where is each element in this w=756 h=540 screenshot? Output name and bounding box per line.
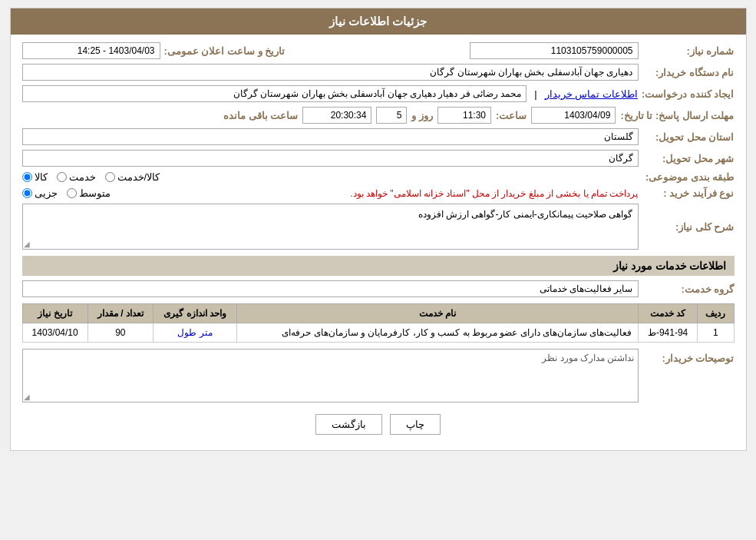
- row-buyer-desc: توصیحات خریدار: نداشتن مدارک مورد نظر ◢: [22, 349, 735, 403]
- cell-quantity: 90: [87, 323, 153, 343]
- cell-code: 941-94-ط: [639, 323, 698, 343]
- province-value: گلستان: [22, 128, 639, 145]
- cell-date: 1403/04/10: [22, 323, 87, 343]
- row-service-group: گروه خدمت: سایر فعالیت‌های خدماتی: [22, 280, 735, 297]
- need-number-value: 1103105759000005: [470, 42, 639, 59]
- category-label: طبقه بندی موضوعی:: [642, 171, 735, 183]
- purchase-type-medium: متوسط: [67, 187, 111, 199]
- category-radio-group: کالا/خدمت خدمت کالا: [22, 171, 639, 183]
- service-group-value: سایر فعالیت‌های خدماتی: [22, 280, 639, 297]
- row-buyer-name: نام دستگاه خریدار: دهیاری جهان آبادسفلی …: [22, 64, 735, 81]
- row-category: طبقه بندی موضوعی: کالا/خدمت خدمت کالا: [22, 171, 735, 183]
- need-desc-value: گواهی صلاحیت پیمانکاری-ایمنی کار-گواهی ا…: [22, 204, 639, 250]
- cell-index: 1: [697, 323, 734, 343]
- back-button[interactable]: بازگشت: [315, 414, 382, 435]
- table-row: 1 941-94-ط فعالیت‌های سازمان‌های دارای ع…: [22, 323, 734, 343]
- page-title: جزئیات اطلاعات نیاز: [329, 15, 427, 28]
- category-option-good-service: خدمت: [57, 171, 96, 183]
- col-code: کد خدمت: [639, 304, 698, 323]
- cell-name: فعالیت‌های سازمان‌های دارای عضو مربوط به…: [237, 323, 639, 343]
- row-purchase-type: نوع فرآیند خرید : پرداخت تمام یا بخشی از…: [22, 187, 735, 199]
- date-announce-label: تاریخ و ساعت اعلان عمومی:: [164, 45, 286, 57]
- service-section-title: اطلاعات خدمات مورد نیاز: [22, 256, 735, 276]
- print-button[interactable]: چاپ: [390, 414, 441, 435]
- category-option-good-service-label: خدمت: [69, 171, 96, 183]
- services-table-section: ردیف کد خدمت نام خدمت واحد اندازه گیری ت…: [22, 303, 735, 343]
- page-header: جزئیات اطلاعات نیاز: [11, 8, 746, 35]
- deadline-time-label: ساعت:: [496, 110, 527, 121]
- need-number-label: شماره نیاز:: [642, 45, 735, 57]
- purchase-type-radio-group: متوسط جزیی: [22, 187, 347, 199]
- deadline-label: مهلت ارسال پاسخ: تا تاریخ:: [620, 110, 734, 121]
- deadline-time-value: 11:30: [437, 107, 491, 124]
- purchase-type-minor-label: جزیی: [35, 187, 58, 199]
- deadline-days-label: روز و: [411, 110, 433, 121]
- purchase-type-notice: پرداخت تمام یا بخشی از مبلغ خریدار از مح…: [350, 188, 638, 199]
- content-area: شماره نیاز: 1103105759000005 تاریخ و ساع…: [11, 35, 746, 450]
- col-index: ردیف: [697, 304, 734, 323]
- deadline-remaining-value: 20:30:34: [302, 107, 371, 124]
- category-radio-service[interactable]: [105, 172, 115, 182]
- buyer-desc-text: نداشتن مدارک مورد نظر: [542, 353, 634, 363]
- purchase-radio-minor[interactable]: [22, 188, 32, 198]
- buyer-desc-value: نداشتن مدارک مورد نظر: [22, 349, 639, 403]
- service-group-label: گروه خدمت:: [642, 283, 735, 295]
- main-container: جزئیات اطلاعات نیاز شماره نیاز: 11031057…: [10, 8, 747, 451]
- col-quantity: تعداد / مقدار: [87, 304, 153, 323]
- services-table: ردیف کد خدمت نام خدمت واحد اندازه گیری ت…: [22, 303, 735, 343]
- row-need-number: شماره نیاز: 1103105759000005 تاریخ و ساع…: [22, 42, 735, 59]
- province-label: استان محل تحویل:: [642, 131, 735, 143]
- buyer-desc-resize: ◢: [24, 393, 30, 401]
- category-radio-good-service[interactable]: [57, 172, 67, 182]
- col-unit: واحد اندازه گیری: [153, 304, 236, 323]
- buyer-name-value: دهیاری جهان آبادسفلی بخش بهاران شهرستان …: [22, 64, 639, 81]
- creator-label: ایجاد کننده درخواست:: [642, 88, 735, 100]
- row-city: شهر محل تحویل: گرگان: [22, 150, 735, 167]
- purchase-type-label: نوع فرآیند خرید :: [642, 187, 735, 199]
- city-value: گرگان: [22, 150, 639, 167]
- city-label: شهر محل تحویل:: [642, 153, 735, 164]
- col-name: نام خدمت: [237, 304, 639, 323]
- creator-value: محمد رضائی فر دهیار دهیاری جهان آبادسفلی…: [22, 85, 527, 102]
- category-option-service: کالا/خدمت: [105, 171, 160, 183]
- resize-handle: ◢: [24, 240, 30, 248]
- deadline-days-value: 5: [376, 107, 407, 124]
- category-option-good-label: کالا: [35, 171, 48, 183]
- purchase-type-medium-label: متوسط: [79, 187, 111, 199]
- row-province: استان محل تحویل: گلستان: [22, 128, 735, 145]
- buyer-name-label: نام دستگاه خریدار:: [642, 67, 735, 78]
- deadline-remaining-label: ساعت باقی مانده: [223, 110, 298, 121]
- buyer-desc-label: توصیحات خریدار:: [642, 349, 735, 364]
- purchase-type-minor: جزیی: [22, 187, 58, 199]
- need-desc-label: شرح کلی نیاز:: [642, 221, 735, 233]
- row-deadline: مهلت ارسال پاسخ: تا تاریخ: 1403/04/09 سا…: [22, 107, 735, 124]
- date-announce-value: 1403/04/03 - 14:25: [22, 42, 160, 59]
- category-radio-good[interactable]: [22, 172, 32, 182]
- col-date: تاریخ نیاز: [22, 304, 87, 323]
- purchase-radio-medium[interactable]: [67, 188, 77, 198]
- row-creator: ایجاد کننده درخواست: اطلاعات تماس خریدار…: [22, 85, 735, 102]
- buttons-row: چاپ بازگشت: [22, 414, 735, 435]
- cell-unit: متر طول: [153, 323, 236, 343]
- category-option-service-label: کالا/خدمت: [117, 171, 160, 183]
- contact-link[interactable]: اطلاعات تماس خریدار: [545, 88, 638, 100]
- row-need-desc: شرح کلی نیاز: گواهی صلاحیت پیمانکاری-ایم…: [22, 204, 735, 250]
- category-option-good: کالا: [22, 171, 48, 183]
- deadline-date-value: 1403/04/09: [531, 107, 616, 124]
